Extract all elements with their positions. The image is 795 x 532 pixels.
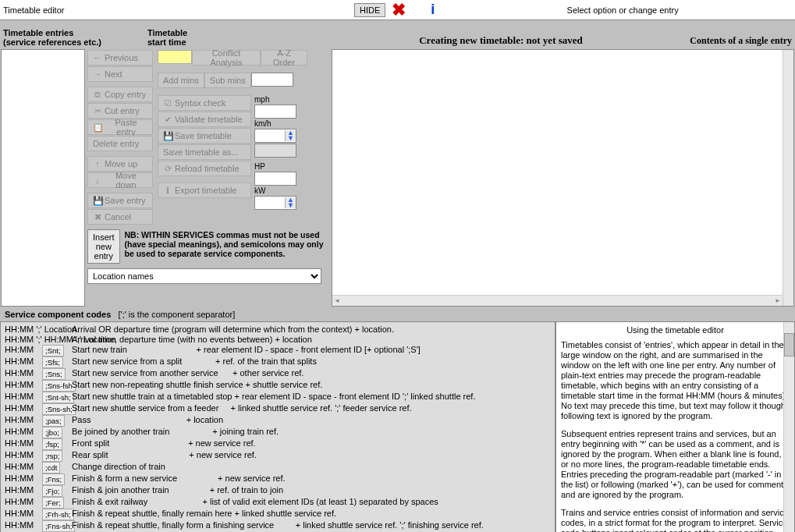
- code-line: HH:MM;rsp;Rear split + new service ref.: [5, 450, 551, 462]
- mph-input[interactable]: [254, 105, 296, 119]
- help-scrollbar[interactable]: [783, 322, 794, 532]
- horizontal-scrollbar[interactable]: [332, 295, 783, 306]
- cut-entry-button[interactable]: ✂Cut entry: [87, 103, 153, 119]
- code-tag-button[interactable]: ;cdt: [42, 462, 60, 473]
- code-line: HH:MM;fsp;Front split + new service ref.: [5, 438, 551, 450]
- codes-header-label: Service component codes: [5, 310, 111, 319]
- save-timetable-button[interactable]: 💾Save timetable: [158, 128, 251, 144]
- code-tag-button[interactable]: ;Sns-fsh: [42, 380, 76, 392]
- syntax-check-button[interactable]: ☑Syntax check: [158, 95, 251, 111]
- sub-mins-button[interactable]: Sub mins: [204, 73, 251, 88]
- code-tag-button[interactable]: ;fsp;: [42, 438, 62, 450]
- code-tag-button[interactable]: ;pas;: [42, 415, 65, 427]
- move-down-button[interactable]: ↓Move down: [87, 172, 153, 188]
- code-line: HH:MM ';' HH:MM ';' LocationArrival time…: [5, 335, 551, 345]
- code-tag-button[interactable]: ;Snt;: [42, 345, 64, 356]
- code-line: HH:MM;Fjo;Finish & join another train + …: [5, 485, 551, 497]
- delete-entry-button[interactable]: Delete entry: [87, 136, 153, 151]
- code-tag-button[interactable]: ;Fer;: [42, 497, 64, 509]
- starttime-header2: start time: [147, 37, 335, 47]
- save-entry-button[interactable]: 💾Save entry: [87, 193, 153, 208]
- kw-spinner[interactable]: ▲▼: [254, 196, 296, 210]
- help-title: Using the timetable editor: [561, 325, 790, 335]
- code-tag-button[interactable]: ;Frh-sh;: [42, 509, 74, 520]
- next-button[interactable]: →Next: [87, 66, 153, 82]
- code-tag-button[interactable]: ;Sns-sh;: [42, 403, 76, 415]
- info-icon[interactable]: i: [431, 2, 435, 18]
- close-icon[interactable]: ✖: [392, 0, 406, 20]
- insert-new-entry-button[interactable]: Insert new entry: [87, 229, 120, 264]
- code-line: HH:MM;Sns-sh;Start new shuttle service f…: [5, 403, 551, 415]
- az-order-button[interactable]: A-Z Order: [261, 50, 307, 66]
- hp-label: HP: [254, 162, 296, 171]
- code-line: HH:MM;Snt;Start new train + rear element…: [5, 345, 551, 356]
- starttime-header: Timetable: [147, 28, 335, 37]
- kmh-label: km/h: [254, 119, 296, 128]
- code-tag-button[interactable]: ;rsp;: [42, 450, 62, 462]
- code-line: HH:MM;Sns;Start new service from another…: [5, 368, 551, 380]
- help-pane: Using the timetable editor Timetables co…: [555, 321, 795, 532]
- hp-input[interactable]: [254, 172, 296, 186]
- save-timetable-as-button[interactable]: Save timetable as...: [158, 144, 251, 160]
- code-tag-button[interactable]: ;jbo;: [42, 427, 62, 438]
- move-up-button[interactable]: ↑Move up: [87, 156, 153, 172]
- kw-label: kW: [254, 186, 296, 195]
- code-tag-button[interactable]: ;Fns-sh;: [42, 520, 75, 532]
- mph-label: mph: [254, 95, 296, 104]
- creating-header: Creating new timetable: not yet saved: [335, 34, 667, 47]
- kmh-spinner[interactable]: ▲▼: [254, 129, 296, 143]
- location-names-select[interactable]: Location names: [87, 268, 321, 284]
- help-p2: Subsequent entries represent trains and …: [561, 429, 790, 500]
- entries-header: Timetable entries: [3, 28, 147, 37]
- window-title: Timetable editor: [3, 5, 354, 15]
- code-line: HH:MM;Frh-sh;Finish & repeat shuttle, fi…: [5, 509, 551, 520]
- help-p1: Timetables consist of 'entries', which a…: [561, 340, 790, 421]
- reload-timetable-button[interactable]: ⟳Reload timetable: [158, 161, 251, 176]
- entries-header2: (service references etc.): [3, 37, 147, 47]
- code-line: HH:MM;Snt-sh;Start new shuttle train at …: [5, 392, 551, 403]
- codes-pane: HH:MM ';' LocationArrival OR departure t…: [0, 321, 555, 532]
- code-line: HH:MM;Sfs;Start new service from a split…: [5, 356, 551, 368]
- add-mins-button[interactable]: Add mins: [158, 73, 204, 88]
- start-time-input[interactable]: [158, 50, 192, 64]
- disabled-spinner: [254, 144, 296, 158]
- nb-warning: NB: WITHIN SERVICES commas must not be u…: [123, 228, 329, 264]
- code-line: HH:MM;pas;Pass + location: [5, 415, 551, 427]
- entries-list[interactable]: [1, 49, 85, 307]
- help-p3: Trains and service entries consist of in…: [561, 508, 790, 532]
- code-line: HH:MM;Fer;Finish & exit railway + list o…: [5, 497, 551, 509]
- code-line: HH:MM;Fns;Finish & form a new service + …: [5, 473, 551, 485]
- hide-button[interactable]: HIDE: [354, 3, 385, 17]
- code-tag-button[interactable]: ;Snt-sh;: [42, 392, 74, 403]
- code-tag-button[interactable]: ;Fns;: [42, 473, 65, 485]
- code-line: HH:MM ';' LocationArrival OR departure t…: [5, 325, 551, 335]
- vertical-scrollbar[interactable]: [783, 50, 793, 306]
- export-timetable-button[interactable]: ℹExport timetable: [158, 183, 251, 198]
- code-tag-button[interactable]: ;Sns;: [42, 368, 66, 380]
- code-line: HH:MM;jbo;Be joined by another train + j…: [5, 427, 551, 438]
- code-line: HH:MM;Fns-sh;Finish & repeat shuttle, fi…: [5, 520, 551, 532]
- previous-button[interactable]: ←Previous: [87, 50, 153, 66]
- code-line: HH:MM;Sns-fshStart new non-repeating shu…: [5, 380, 551, 392]
- codes-separator-note: [';' is the component separator]: [119, 310, 236, 319]
- cancel-button[interactable]: ✖Cancel: [87, 209, 153, 225]
- copy-entry-button[interactable]: ⧉Copy entry: [87, 87, 153, 102]
- mins-input[interactable]: [251, 73, 293, 87]
- status-text: Select option or change entry: [453, 5, 792, 15]
- code-tag-button[interactable]: ;Sfs;: [42, 356, 63, 368]
- code-tag-button[interactable]: ;Fjo;: [42, 485, 62, 497]
- code-line: HH:MM;cdtChange direction of train: [5, 462, 551, 473]
- conflict-analysis-button[interactable]: Conflict Analysis: [192, 50, 261, 66]
- validate-timetable-button[interactable]: ✔Validate timetable: [158, 112, 251, 127]
- paste-entry-button[interactable]: 📋Paste entry: [87, 119, 153, 135]
- entry-contents-area[interactable]: [332, 49, 794, 307]
- contents-header: Contents of a single entry: [667, 35, 792, 47]
